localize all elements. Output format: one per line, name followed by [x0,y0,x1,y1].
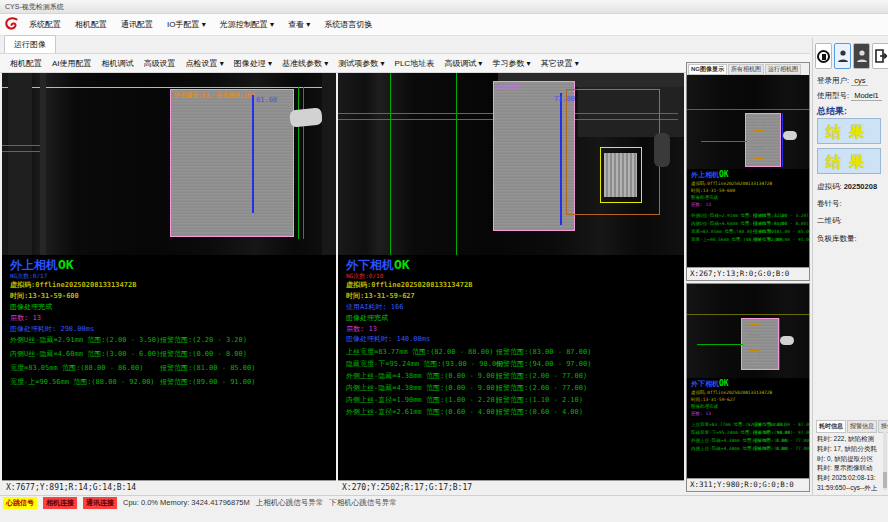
pause-icon [817,50,830,63]
user-settings-button[interactable] [853,43,870,69]
menu-language-switch[interactable]: 系统语言切换 [319,16,377,33]
measure-row: 宽度-上=90.56mm 范围:(88.00 - 92.00)报警范围:(89.… [10,377,330,387]
log-scrollbar[interactable] [883,432,887,490]
measure-row: 隐藏宽度-下=95.24mm 范围:(93.00 - 98.00)报警范围:(9… [346,359,666,369]
scrollbar-thumb [883,472,887,488]
lower-camera-heartbeat-warning: 下相机心跳信号异常 [329,498,397,508]
log-tab-elapsed[interactable]: 耗时信息 [816,420,846,433]
tool-plc-address[interactable]: PLC地址表 [391,56,439,71]
camera-image-outer-upper[interactable]: 静态阈值:93, 动态阈值:100 81.08 [2,73,336,255]
camera-connection-badge: 相机连接 [43,497,77,509]
menu-io-config[interactable]: IO手配置 ▾ [162,16,211,33]
ref-line-green [701,141,747,142]
total-result-label: 总结果: [817,105,847,118]
menu-system-config[interactable]: 系统配置 [24,16,66,33]
tool-advanced-settings[interactable]: 高级设置 [140,56,180,71]
user-login-button[interactable] [834,43,851,69]
measure-value-overlay: 81.08 [256,96,277,104]
tool-test-params[interactable]: 测试项参数 ▾ [334,56,388,71]
measure-row: 外侧U丝-隐藏=2.91mm 范围:(2.00 - 3.50)报警范围:(2.2… [10,335,330,345]
model-value: Model1 [851,91,882,101]
tool-baseline-params[interactable]: 基准线参数 ▾ [278,56,332,71]
tab-blob [780,336,794,345]
log-tab-alarm[interactable]: 报警信息 [847,420,877,433]
time-line: 时间:13-31-59-600 [10,291,79,301]
camera-view-outer-lower: AI检测框 73.80 外下相机OK NG次数:0/10 虚拟码:0ffline… [338,73,684,494]
ref-line-green [2,151,40,152]
measure-row: 宽度=83.05mm 范围:(80.00 - 86.00)报警范围:(81.00… [10,363,330,373]
tab-all-cameras[interactable]: 所有相机图 [728,64,764,75]
stock-count-label: 负极库数量: [817,234,857,244]
tool-camera-debug[interactable]: 相机调试 [98,56,138,71]
virtual-code-value: 20250208 [844,182,877,191]
threshold-overlay-text: 静态阈值:93, 动态阈值:100 [174,91,255,100]
thumbnail-result-top: 外上相机OK 虚拟码:0ffline2025020813313472B 时间:1… [687,169,809,267]
login-user-label: 登录用户: [817,76,849,85]
control-sidebar: 登录用户: cys 使用型号: Model1 总结果: 结果 结果 虚拟码: 2… [812,38,888,495]
edge-line-green [456,73,457,255]
ref-line-green [697,344,743,345]
model-label: 使用型号: [817,91,849,100]
tab-ng-image[interactable]: NG图像显示 [688,64,727,75]
exit-button[interactable] [872,43,888,69]
separator-film-roi [493,81,575,231]
menu-view[interactable]: 查看 ▾ [283,16,315,33]
measure-line-blue [779,318,780,370]
measure-line-blue [560,93,562,225]
tool-spot-check[interactable]: 点检设置 ▾ [182,56,228,71]
coordinate-readout: X:311;Y:980;R:0;G:0;B:0 [687,478,809,491]
result-panel-outer-upper: 外上相机OK NG次数:0/17 虚拟码:0ffline202502081331… [2,255,336,480]
menu-camera-config[interactable]: 相机配置 [70,16,112,33]
process-done-line: 图像处理完成 [10,302,52,312]
time-line: 时间:13-31-59-627 [346,291,415,301]
tab-run-cameras[interactable]: 运行相机图 [765,64,801,75]
measure-row: 内侧上丝-直径=1.90mm 范围:(1.00 - 2.20)报警范围:(1.1… [346,395,666,405]
measure-line-blue [782,113,783,167]
measure-row: 上丝宽度=83.77mm 范围:(82.00 - 88.00)报警范围:(83.… [346,347,666,357]
barcode-line: 虚拟码:0ffline2025020813313472B [346,280,472,290]
pause-button[interactable] [815,43,832,69]
thumbnail-result-bottom: 外下相机OK 虚拟码:0ffline2025020813313472B 时间:1… [687,378,809,478]
tab-run-image[interactable]: 运行图像 [4,35,56,53]
comm-connection-badge: 通讯连接 [83,497,117,509]
menu-light-config[interactable]: 光源控制配置 ▾ [215,16,279,33]
baseline-olive [687,109,809,110]
separator-film-roi [170,89,294,237]
tool-advanced-debug[interactable]: 高级调试 ▾ [440,56,486,71]
heartbeat-status-badge: 心跳信号 [3,497,37,509]
thumbnail-panel-top: NG图像显示 所有相机图 运行相机图 外上相机OK 虚拟码:0ffline202… [686,62,810,281]
thumbnail-image-top[interactable] [687,75,809,169]
tab-blob [783,131,797,140]
upper-camera-heartbeat-warning: 上相机心跳信号异常 [256,498,324,508]
tool-camera-config[interactable]: 相机配置 [6,56,46,71]
menu-comm-config[interactable]: 通讯配置 [116,16,158,33]
process-done-line: 图像处理完成 [346,313,388,323]
detect-box-orange [753,147,764,159]
tab-blob [289,107,323,127]
tool-ai-config[interactable]: AI使用配置 [48,56,96,71]
measure-row: 内侧U丝-隐藏=4.60mm 范围:(3.00 - 6.00)报警范围:(0.0… [10,349,330,359]
tool-image-process[interactable]: 图像处理 ▾ [230,56,276,71]
thumbnail-panel-bottom: 外下相机OK 虚拟码:0ffline2025020813313472B 时间:1… [686,283,810,492]
detect-box-orange [749,350,760,362]
measure-row: 外侧上丝-直径=2.61mm 范围:(0.60 - 4.00)报警范围:(0.6… [346,407,666,417]
brand-swirl-icon [3,16,20,33]
layers-line: 层数: 13 [346,324,377,334]
thumbnail-tabs: NG图像显示 所有相机图 运行相机图 [687,63,809,75]
ref-line-green [2,145,40,146]
status-bar: 心跳信号 相机连接 通讯连接 Cpu: 0.0% Memory: 3424.41… [0,495,888,509]
bright-feature [604,153,637,197]
camera-image-outer-lower[interactable]: AI检测框 73.80 [338,73,684,255]
detect-box-orange [749,324,760,336]
machine-band [8,73,32,255]
machine-band [322,73,336,255]
tool-learn-params[interactable]: 学习参数 ▾ [488,56,534,71]
coordinate-readout: X:270;Y:2502;R:17;G:17;B:17 [338,480,684,494]
virtual-code-label: 虚拟码: [817,182,842,191]
detect-box-orange [753,119,764,131]
tool-other-settings[interactable]: 其它设置 ▾ [537,56,583,71]
login-user-value: cys [851,76,868,86]
thumbnail-image-bottom[interactable] [687,284,809,378]
exit-icon [874,49,887,63]
ai-elapsed-line: 使用AI耗时: 166 [346,302,404,312]
